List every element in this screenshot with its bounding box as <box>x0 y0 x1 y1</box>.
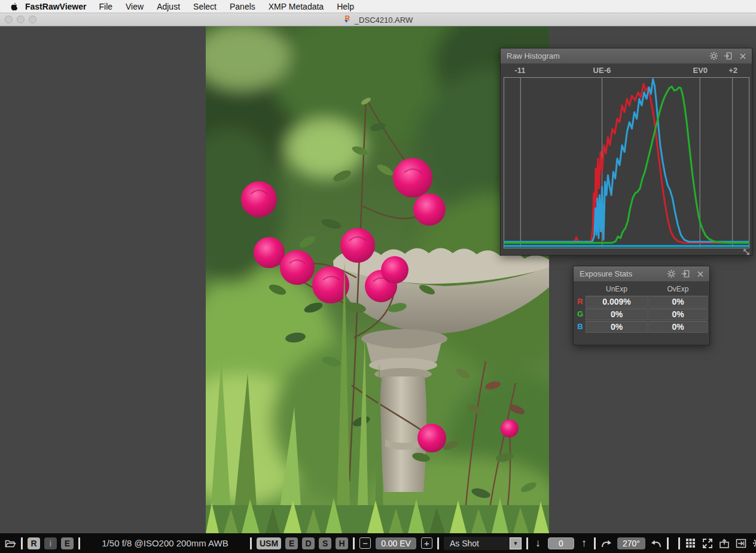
exposure-minus-button[interactable]: − <box>359 537 371 549</box>
chevron-down-icon[interactable]: ▼ <box>510 537 522 549</box>
exposure-plus-button[interactable]: + <box>421 537 432 549</box>
menu-adjust[interactable]: Adjust <box>150 2 187 11</box>
next-file-arrow-icon[interactable]: ↑ <box>579 537 589 549</box>
sharpen-d-button[interactable]: D <box>302 537 315 549</box>
usm-button[interactable]: USM <box>257 537 281 549</box>
r-unexp-value: 0.009% <box>586 296 648 308</box>
image-canvas: Raw Histogram <box>0 26 756 533</box>
fullscreen-icon[interactable] <box>702 537 714 549</box>
raw-histogram-panel: Raw Histogram <box>500 48 752 256</box>
column-ovexp: OvExp <box>648 284 708 295</box>
menu-bar: FastRawViewer File View Adjust Select Pa… <box>0 0 756 13</box>
dock-panel-icon[interactable] <box>681 269 690 278</box>
pass-to-next-icon[interactable] <box>735 537 747 549</box>
menu-file[interactable]: File <box>92 2 119 11</box>
resize-grip-icon[interactable] <box>743 247 750 254</box>
histogram-ev-scale: -11 UE-6 EV0 +2 <box>504 66 749 76</box>
filename-label: _DSC4210.ARW <box>355 16 413 25</box>
dock-panel-icon[interactable] <box>724 51 733 60</box>
fastrawviewer-file-icon: R <box>343 14 352 25</box>
sharpen-h-button[interactable]: H <box>336 537 348 549</box>
close-icon[interactable] <box>696 269 705 278</box>
channel-r-label: R <box>575 296 585 308</box>
tick-ue6: UE-6 <box>593 66 611 75</box>
menu-help[interactable]: Help <box>330 2 361 11</box>
r-ovexp-value: 0% <box>648 296 708 308</box>
exposure-stats-panel: Exposure Stats <box>573 266 710 345</box>
rotate-cw-icon[interactable] <box>600 537 612 549</box>
g-ovexp-value: 0% <box>648 308 708 320</box>
rating-value: 0 <box>548 537 574 549</box>
channel-b-label: B <box>575 321 585 333</box>
menu-select[interactable]: Select <box>187 2 223 11</box>
prev-file-arrow-icon[interactable]: ↓ <box>533 537 543 549</box>
menu-xmp-metadata[interactable]: XMP Metadata <box>262 2 330 11</box>
folder-open-icon[interactable] <box>4 537 16 549</box>
rotate-ccw-icon[interactable] <box>650 537 662 549</box>
white-balance-dropdown[interactable]: As Shot ▼ <box>444 537 522 550</box>
white-balance-value: As Shot <box>450 539 479 548</box>
gear-icon[interactable] <box>667 269 676 278</box>
apple-logo-icon[interactable] <box>6 2 22 11</box>
g-unexp-value: 0% <box>586 308 648 320</box>
tick-plus2: +2 <box>728 66 737 75</box>
external-program-icon[interactable] <box>718 537 730 549</box>
raw-histogram-header[interactable]: Raw Histogram <box>501 48 752 64</box>
info-toggle-button[interactable]: i <box>44 537 57 549</box>
sharpen-e-button[interactable]: E <box>285 537 298 549</box>
histogram-plot <box>504 77 749 248</box>
exposure-value: 0.00 EV <box>376 537 416 549</box>
channel-g-label: G <box>575 308 585 320</box>
exif-summary: 1/50 f/8 @ISO200 200mm AWB <box>85 538 245 548</box>
exposure-stats-header[interactable]: Exposure Stats <box>574 266 709 282</box>
gear-icon[interactable] <box>709 51 718 60</box>
b-ovexp-value: 0% <box>648 321 708 333</box>
exif-toggle-button[interactable]: E <box>61 537 74 549</box>
status-bar: R i E 1/50 f/8 @ISO200 200mm AWB USM E D… <box>0 533 756 553</box>
tick-ev0: EV0 <box>693 66 708 75</box>
photo-roses-birdbath <box>206 26 549 533</box>
document-title: R _DSC4210.ARW <box>0 13 756 26</box>
sharpen-s-button[interactable]: S <box>319 537 331 549</box>
menu-app-name[interactable]: FastRawViewer <box>25 2 86 11</box>
settings-gear-icon[interactable] <box>752 537 756 549</box>
b-unexp-value: 0% <box>586 321 648 333</box>
column-unexp: UnExp <box>586 284 648 295</box>
window-title-bar: R _DSC4210.ARW <box>0 13 756 26</box>
rotation-value: 270° <box>617 537 645 549</box>
close-icon[interactable] <box>738 51 747 60</box>
menu-panels[interactable]: Panels <box>223 2 262 11</box>
menu-view[interactable]: View <box>119 2 150 11</box>
raw-toggle-button[interactable]: R <box>28 537 40 549</box>
exposure-stats-title: Exposure Stats <box>580 269 667 278</box>
grid-view-icon[interactable] <box>685 537 697 549</box>
raw-histogram-title: Raw Histogram <box>507 51 709 60</box>
tick-minus11: -11 <box>514 66 525 75</box>
exposure-stats-table: UnExp OvExp R 0.009% 0% G 0% 0% B 0% 0% <box>574 282 709 333</box>
